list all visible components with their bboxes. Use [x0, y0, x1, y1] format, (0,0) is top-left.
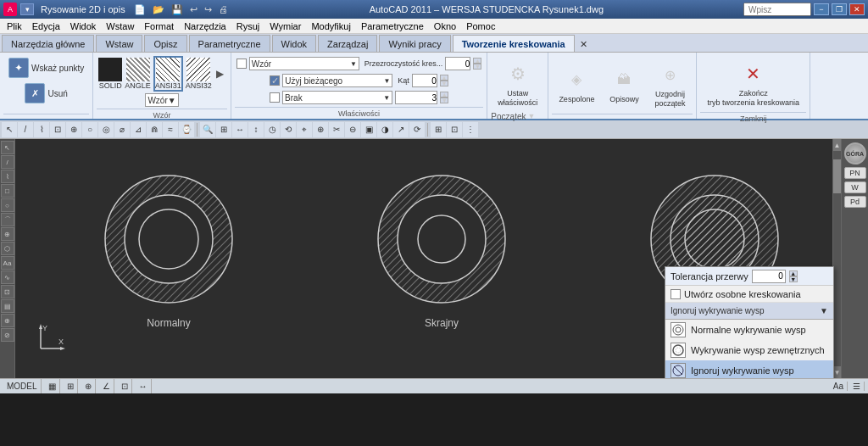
menu-modyfikuj[interactable]: Modyfikuj — [306, 19, 355, 33]
tool-11[interactable]: ≈ — [163, 122, 178, 137]
poczatek-dropdown-arrow[interactable]: ▼ — [528, 112, 536, 120]
menu-wymiar[interactable]: Wymiar — [264, 19, 306, 33]
status-snap[interactable]: ▦ — [45, 379, 60, 393]
ltool-9[interactable]: Aa — [1, 256, 14, 270]
pattern-dropdown[interactable]: Wzór▼ — [145, 93, 178, 107]
prop-dropdown-brak[interactable]: Brak▼ — [282, 91, 392, 104]
tool-23[interactable]: ▣ — [361, 122, 376, 137]
ltool-12[interactable]: ▤ — [1, 299, 14, 313]
zespolone-button[interactable]: ◈ Zespolone — [554, 62, 599, 107]
status-lineweight[interactable]: ↔ — [136, 379, 152, 393]
qat-open[interactable]: 📂 — [151, 4, 166, 15]
tab-wstaw[interactable]: Wstaw — [96, 35, 142, 52]
menu-format[interactable]: Format — [139, 19, 179, 33]
tool-7[interactable]: ◎ — [98, 122, 114, 137]
status-polar[interactable]: ∠ — [99, 379, 114, 393]
tool-1[interactable]: ↖ — [2, 122, 17, 137]
ltool-13[interactable]: ⊕ — [1, 314, 14, 327]
tool-9[interactable]: ⊿ — [131, 122, 146, 137]
menu-narzedzia[interactable]: Narzędzia — [179, 19, 231, 33]
search-input[interactable] — [743, 3, 811, 16]
tool-4[interactable]: ⊡ — [50, 122, 65, 137]
angle-input[interactable] — [412, 74, 437, 87]
prop-check-wzor[interactable] — [236, 59, 247, 69]
pattern-scroll-right[interactable]: ▶ — [214, 66, 225, 81]
create-islands-checkbox[interactable] — [670, 289, 681, 299]
tolerance-spinner[interactable]: ▲ ▼ — [789, 270, 798, 282]
usun-button[interactable]: ✗ Usuń — [7, 81, 86, 105]
status-workspace[interactable]: ☰ — [849, 382, 865, 391]
nav-zoom-btn[interactable]: W — [844, 181, 866, 193]
tool-22[interactable]: ⊖ — [345, 122, 360, 137]
drawing-area[interactable]: Normalny Skrajny — [15, 139, 868, 378]
ltool-3[interactable]: ⌇ — [1, 170, 14, 183]
ltool-8[interactable]: ⬡ — [1, 242, 14, 255]
tab-opisz[interactable]: Opisz — [144, 35, 186, 52]
prop-dropdown-wzor[interactable]: Wzór▼ — [249, 57, 359, 70]
ltool-4[interactable]: □ — [1, 184, 14, 198]
transparency-input[interactable] — [445, 57, 470, 70]
wskazaj-punkty-button[interactable]: ✦ Wskaż punkty — [7, 56, 86, 80]
ltool-10[interactable]: ∿ — [1, 270, 14, 284]
tab-wyniki-pracy[interactable]: Wyniki pracy — [379, 35, 450, 52]
tool-10[interactable]: ⋒ — [147, 122, 162, 137]
prop-dropdown-biezacy[interactable]: Użyj bieżącego▼ — [282, 74, 392, 87]
tool-25[interactable]: ↗ — [393, 122, 409, 137]
island-outer-item[interactable]: Wykrywanie wysp zewnętrznych — [665, 340, 833, 360]
ltool-2[interactable]: / — [1, 155, 14, 169]
menu-parametryczne[interactable]: Parametryczne — [356, 19, 429, 33]
pattern-solid-button[interactable]: SOLID — [98, 58, 122, 90]
menu-okno[interactable]: Okno — [429, 19, 461, 33]
tool-3[interactable]: ⌇ — [34, 122, 49, 137]
tolerance-input[interactable] — [752, 270, 786, 283]
transparency-spinner[interactable]: ▲ ▼ — [473, 58, 481, 70]
tool-14[interactable]: ⊞ — [216, 122, 231, 137]
scale-input[interactable] — [395, 91, 437, 104]
tool-20[interactable]: ⊕ — [313, 122, 328, 137]
prop-check-brak[interactable] — [270, 92, 280, 103]
ltool-5[interactable]: ○ — [1, 198, 14, 212]
menu-edycja[interactable]: Edycja — [27, 19, 65, 33]
restore-button[interactable]: ❐ — [832, 3, 847, 15]
tool-15[interactable]: ↔ — [232, 122, 248, 137]
minimize-button[interactable]: − — [814, 3, 829, 15]
island-ignore-item[interactable]: Ignoruj wykrywanie wysp — [665, 360, 833, 378]
scroll-thumb[interactable] — [833, 159, 841, 193]
ltool-6[interactable]: ⌒ — [1, 213, 14, 226]
tool-28[interactable]: ⊡ — [447, 122, 462, 137]
menu-pomoc[interactable]: Pomoc — [461, 19, 500, 33]
ltool-1[interactable]: ↖ — [1, 141, 14, 154]
tool-6[interactable]: ○ — [82, 122, 97, 137]
uzgodnij-poczatek-button[interactable]: ⊕ Uzgodnijpoczątek — [648, 57, 691, 111]
tool-26[interactable]: ⟳ — [409, 122, 425, 137]
status-grid[interactable]: ⊞ — [64, 379, 78, 393]
compass-widget[interactable]: GÓRA — [844, 142, 866, 164]
tab-tworzenie-kreskowania[interactable]: Tworzenie kreskowania — [453, 35, 575, 52]
ltool-14[interactable]: ⊘ — [1, 328, 14, 342]
menu-rysuj[interactable]: Rysuj — [231, 19, 265, 33]
ltool-7[interactable]: ⊕ — [1, 227, 14, 241]
ribbon-close-icon[interactable]: ✕ — [578, 36, 590, 52]
tool-24[interactable]: ◑ — [377, 122, 392, 137]
qat-save[interactable]: 💾 — [170, 4, 185, 15]
tool-18[interactable]: ⟲ — [281, 122, 296, 137]
menu-plik[interactable]: Plik — [2, 19, 27, 33]
tool-8[interactable]: ⌀ — [114, 122, 130, 137]
angle-spinner[interactable]: ▲ ▼ — [440, 75, 448, 86]
tab-parametryczne[interactable]: Parametryczne — [189, 35, 270, 52]
ustaw-wlasciwosci-button[interactable]: ⚙ Ustawwłaściwości — [492, 56, 542, 110]
status-annotation[interactable]: Aa — [830, 382, 848, 391]
ltool-11[interactable]: ⊡ — [1, 285, 14, 298]
island-mode-dropdown-header[interactable]: Ignoruj wykrywanie wysp ▼ — [665, 303, 833, 320]
nav-north-btn[interactable]: PN — [844, 167, 866, 179]
qat-undo[interactable]: ↩ — [188, 4, 199, 15]
prop-check-biezacy[interactable]: ✓ — [270, 75, 280, 86]
doc-dropdown[interactable]: ▾ — [20, 3, 34, 15]
status-model[interactable]: MODEL — [3, 379, 42, 393]
qat-new[interactable]: 📄 — [132, 4, 147, 15]
qat-redo[interactable]: ↪ — [203, 4, 214, 15]
tool-2[interactable]: / — [18, 122, 33, 137]
tool-19[interactable]: ⌖ — [297, 122, 312, 137]
island-normal-item[interactable]: Normalne wykrywanie wysp — [665, 320, 833, 340]
scroll-down-btn[interactable]: ▼ — [833, 366, 841, 378]
